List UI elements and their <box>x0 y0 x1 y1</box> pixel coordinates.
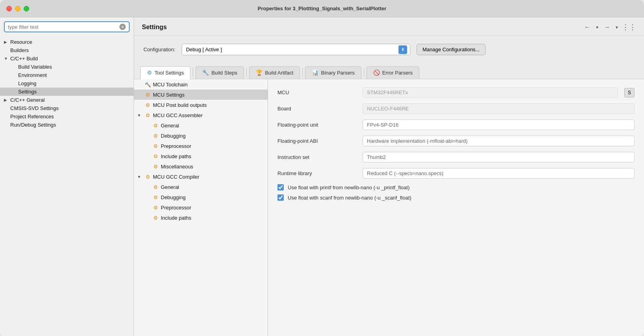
close-button[interactable] <box>6 6 12 11</box>
minimize-button[interactable] <box>15 6 20 11</box>
config-row: Configuration: Debug [ Active ] ⬍ Manage… <box>134 36 644 63</box>
tool-item-mcu-gcc-compiler[interactable]: ▼ ⚙ MCU GCC Compiler <box>134 172 268 182</box>
tool-item-label: Debugging <box>161 194 186 200</box>
tab-divider-3 <box>302 68 303 77</box>
search-box: ✕ <box>4 21 130 32</box>
sidebar-item-label: Resource <box>10 39 32 45</box>
manage-configurations-button[interactable]: Manage Configurations... <box>417 44 486 55</box>
content-header: Settings ← ▼ → ▼ ⋮⋮ <box>134 17 644 36</box>
mcu-gcc-compiler-icon: ⚙ <box>144 173 151 180</box>
runtime-value: Reduced C (--specs=nano.specs) <box>363 168 635 179</box>
tool-item-gcc-preprocessor[interactable]: ⚙ Preprocessor <box>134 202 268 213</box>
tool-item-label: General <box>161 184 179 190</box>
expand-arrow: ▼ <box>137 175 143 179</box>
sidebar-item-settings[interactable]: Settings <box>0 88 134 96</box>
sidebar-item-cpp-general[interactable]: ▶ C/C++ General <box>0 96 134 104</box>
tool-item-gcc-general[interactable]: ⚙ General <box>134 182 268 192</box>
maximize-button[interactable] <box>24 6 29 11</box>
mcu-settings-icon: ⚙ <box>144 91 151 98</box>
error-parsers-icon: 🚫 <box>373 69 380 76</box>
tool-item-mcu-settings[interactable]: ⚙ MCU Settings <box>134 90 268 100</box>
page-title: Settings <box>142 24 167 31</box>
tool-item-asm-preprocessor[interactable]: ⚙ Preprocessor <box>134 141 268 151</box>
nav-back-button[interactable]: ← <box>583 23 592 32</box>
expand-arrow: ▼ <box>4 56 10 61</box>
tab-build-steps[interactable]: 🔧 Build Steps <box>195 66 244 79</box>
sidebar-item-label: Build Variables <box>18 64 52 70</box>
sidebar-item-cpp-build[interactable]: ▼ C/C++ Build <box>0 54 134 63</box>
build-artifact-icon: 🏆 <box>256 69 262 76</box>
asm-general-icon: ⚙ <box>152 122 159 129</box>
tool-item-mcu-gcc-assembler[interactable]: ▼ ⚙ MCU GCC Assembler <box>134 110 268 120</box>
board-field-row: Board NUCLEO-F446RE <box>277 103 635 114</box>
tab-divider-1 <box>193 68 193 77</box>
board-field-value: NUCLEO-F446RE <box>363 103 635 114</box>
tool-item-label: MCU Settings <box>153 92 184 98</box>
checkbox-scanf[interactable] <box>277 194 284 201</box>
tab-error-parsers[interactable]: 🚫 Error Parsers <box>367 66 419 79</box>
fp-abi-field-row: Floating-point ABI Hardware implementati… <box>277 136 635 146</box>
sidebar-item-build-variables[interactable]: Build Variables <box>0 63 134 71</box>
tool-item-mcu-post-build[interactable]: ⚙ MCU Post build outputs <box>134 100 268 110</box>
traffic-lights <box>6 6 29 11</box>
tool-item-mcu-toolchain[interactable]: 🔨 MCU Toolchain <box>134 79 268 90</box>
checkbox-printf[interactable] <box>277 184 284 190</box>
sidebar-item-builders[interactable]: Builders <box>0 46 134 54</box>
sidebar-item-project-references[interactable]: Project References <box>0 112 134 121</box>
sidebar-item-label: Run/Debug Settings <box>10 122 56 128</box>
nav-forward-button[interactable]: → <box>602 23 612 32</box>
tab-build-steps-label: Build Steps <box>211 70 237 76</box>
nav-dropdown-back[interactable]: ▼ <box>594 24 601 30</box>
expand-arrow: ▶ <box>4 98 10 102</box>
more-options-button[interactable]: ⋮⋮ <box>622 23 636 32</box>
asm-misc-icon: ⚙ <box>152 163 159 170</box>
search-box-wrap: ✕ <box>0 17 134 36</box>
tool-item-asm-misc[interactable]: ⚙ Miscellaneous <box>134 161 268 172</box>
sidebar-item-label: C/C++ Build <box>10 56 38 62</box>
mcu-field-row: MCU STM32F446RETx S <box>277 87 635 98</box>
mcu-gcc-assembler-icon: ⚙ <box>144 112 151 119</box>
tool-item-asm-general[interactable]: ⚙ General <box>134 120 268 131</box>
tab-build-artifact[interactable]: 🏆 Build Artifact <box>249 66 300 79</box>
mcu-field-value: STM32F446RETx <box>363 87 618 98</box>
asm-debugging-icon: ⚙ <box>152 132 159 139</box>
tool-item-asm-include[interactable]: ⚙ Include paths <box>134 151 268 161</box>
tab-tool-settings-label: Tool Settings <box>154 70 184 76</box>
tool-item-gcc-debugging[interactable]: ⚙ Debugging <box>134 192 268 202</box>
checkbox-printf-label: Use float with printf from newlib-nano (… <box>288 185 409 190</box>
tool-item-label: Include paths <box>161 153 191 159</box>
instruction-value: Thumb2 <box>363 152 635 162</box>
nav-dropdown-forward[interactable]: ▼ <box>613 24 620 30</box>
mcu-s-button[interactable]: S <box>624 88 635 97</box>
mcu-toolchain-icon: 🔨 <box>144 81 151 88</box>
tool-item-label: Debugging <box>161 133 186 139</box>
sidebar-item-run-debug[interactable]: Run/Debug Settings <box>0 121 134 129</box>
sidebar-item-logging[interactable]: Logging <box>0 79 134 88</box>
sidebar-item-label: Logging <box>18 80 36 86</box>
fp-unit-value: FPv4-SP-D16 <box>363 119 635 130</box>
tab-build-artifact-label: Build Artifact <box>265 70 293 76</box>
expand-arrow: ▶ <box>4 40 10 44</box>
tab-tool-settings[interactable]: ⚙ Tool Settings <box>140 66 190 79</box>
search-input[interactable] <box>8 24 117 30</box>
config-select[interactable]: Debug [ Active ] <box>182 44 410 55</box>
build-steps-icon: 🔧 <box>202 69 209 76</box>
sidebar-item-label: CMSIS-SVD Settings <box>10 105 59 111</box>
checkbox-printf-row: Use float with printf from newlib-nano (… <box>277 184 635 190</box>
gcc-general-icon: ⚙ <box>152 183 159 190</box>
fp-abi-value: Hardware implementation (-mfloat-abi=har… <box>363 136 635 146</box>
tool-item-asm-debugging[interactable]: ⚙ Debugging <box>134 131 268 141</box>
fp-abi-label: Floating-point ABI <box>277 138 356 144</box>
sidebar-item-resource[interactable]: ▶ Resource <box>0 38 134 46</box>
config-label: Configuration: <box>143 47 175 52</box>
gcc-debugging-icon: ⚙ <box>152 194 159 201</box>
search-clear-button[interactable]: ✕ <box>119 24 126 30</box>
sidebar-item-cmsis-svd[interactable]: CMSIS-SVD Settings <box>0 104 134 112</box>
checkbox-scanf-label: Use float with scanf from newlib-nano (-… <box>288 195 411 201</box>
window-title: Properties for 3_Plottting_Signals_with_… <box>258 6 387 11</box>
sidebar-item-environment[interactable]: Environment <box>0 71 134 79</box>
tab-binary-parsers[interactable]: 📊 Binary Parsers <box>305 66 361 79</box>
tool-item-gcc-include[interactable]: ⚙ Include paths <box>134 213 268 223</box>
runtime-field-row: Runtime library Reduced C (--specs=nano.… <box>277 168 635 179</box>
tool-item-label: General <box>161 123 179 129</box>
